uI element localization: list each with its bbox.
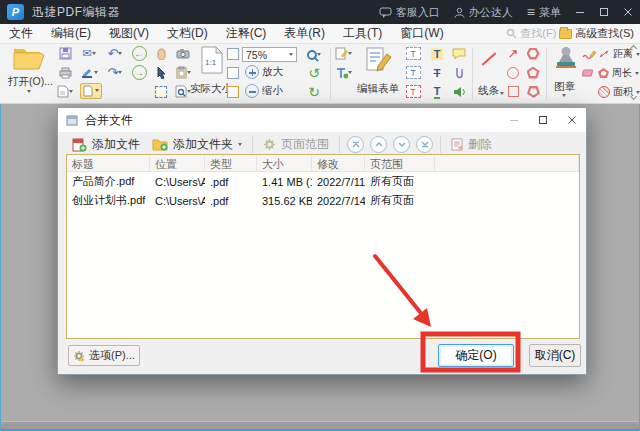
menu-edit[interactable]: 编辑(E) [42, 25, 100, 42]
redo-icon[interactable]: ↷ [106, 64, 124, 81]
move-up-button[interactable] [370, 136, 387, 153]
file-list[interactable]: 标题 位置 类型 大小 修改 页范围 产品简介.pdf C:\Users\A..… [66, 154, 580, 339]
move-top-button[interactable] [347, 136, 364, 153]
mail-icon[interactable]: ✉ [80, 45, 98, 62]
minimize-button[interactable] [568, 0, 592, 24]
pencil-draw-icon[interactable] [580, 45, 598, 62]
header-title[interactable]: 标题 [67, 155, 150, 171]
back-icon[interactable]: ← [130, 45, 148, 62]
zoom-level-select[interactable]: 75% [242, 47, 297, 62]
underline-text-icon[interactable]: T [428, 83, 446, 100]
header-page-range[interactable]: 页范围 [365, 155, 435, 171]
fit-width-icon[interactable] [224, 64, 242, 81]
header-type[interactable]: 类型 [205, 155, 257, 171]
header-location[interactable]: 位置 [150, 155, 205, 171]
arrow-tool-icon[interactable]: ↗ [504, 45, 522, 62]
ok-button[interactable]: 确定(O) [438, 344, 514, 367]
file-row[interactable]: 创业计划书.pdf C:\Users\A... .pdf 315.62 KB (… [67, 191, 579, 210]
paste-icon[interactable] [174, 64, 192, 81]
print-icon[interactable] [56, 64, 74, 81]
ok-label: 确定(O) [455, 347, 496, 364]
header-modified[interactable]: 修改 [312, 155, 365, 171]
circle-tool-icon[interactable] [504, 64, 522, 81]
find-button[interactable]: 查找(F) [506, 26, 556, 41]
toolbar-scroll-down[interactable] [631, 94, 638, 101]
menu-window[interactable]: 窗口(W) [391, 25, 452, 42]
highlight-text-icon[interactable]: T [428, 45, 446, 62]
page-range-button[interactable]: 页面范围 [257, 134, 335, 155]
menu-file[interactable]: 文件 [0, 25, 42, 42]
select-tool-icon[interactable] [152, 64, 170, 81]
move-bottom-button[interactable] [416, 136, 433, 153]
menu-comment[interactable]: 注释(C) [217, 25, 276, 42]
lines-label: 线条 [478, 84, 499, 98]
zoom-in-label: 放大 [262, 65, 283, 79]
menu-button[interactable]: ≡ 菜单 [520, 4, 568, 20]
attachment-icon[interactable] [450, 64, 468, 81]
strikethrough-text-icon[interactable]: T [428, 64, 446, 81]
dialog-close-button[interactable] [557, 108, 586, 132]
move-down-button[interactable] [393, 136, 410, 153]
header-size[interactable]: 大小 [257, 155, 312, 171]
delete-button[interactable]: 删除 [445, 134, 498, 155]
dialog-maximize-button[interactable] [528, 108, 557, 132]
menu-document[interactable]: 文档(D) [158, 25, 217, 42]
dialog-minimize-button[interactable] [499, 108, 528, 132]
advanced-find-button[interactable]: 高级查找(S) [559, 26, 634, 41]
text-area-icon[interactable]: T [404, 83, 422, 100]
export-icon[interactable] [56, 83, 74, 100]
line-tool-icon[interactable] [478, 48, 500, 70]
add-file-label: 添加文件 [92, 136, 140, 153]
add-file-button[interactable]: 添加文件 [66, 134, 146, 155]
hand-tool-icon[interactable] [152, 45, 170, 62]
pentagon-tool-icon[interactable] [524, 64, 542, 81]
menu-form[interactable]: 表单(R) [275, 25, 334, 42]
distance-icon [598, 49, 610, 59]
forward-icon[interactable]: → [130, 64, 148, 81]
open-button[interactable]: 打开(O)... [8, 45, 50, 73]
undo-icon[interactable]: ↶ [106, 45, 124, 62]
file-row[interactable]: 产品简介.pdf C:\Users\A... .pdf 1.41 MB (1,.… [67, 172, 579, 191]
eraser-icon[interactable] [580, 64, 598, 81]
dialog-icon [66, 115, 78, 126]
add-folder-button[interactable]: 添加文件夹 [146, 134, 248, 155]
add-text-icon[interactable] [334, 64, 352, 81]
menu-tools[interactable]: 工具(T) [334, 25, 391, 42]
zoom-in-button[interactable]: 放大 [245, 65, 283, 79]
maximize-button[interactable] [592, 0, 616, 24]
main-toolbar: 打开(O)... ✉ ↶ ↷ ← → 1:1 实际大小 75% 放大 [0, 44, 640, 104]
office-expert-button[interactable]: 办公达人 [447, 5, 520, 20]
magnifier-icon[interactable] [305, 46, 323, 63]
cancel-button[interactable]: 取消(C) [529, 344, 581, 367]
camera-icon[interactable] [174, 45, 192, 62]
toolbar-scroll-up[interactable] [631, 46, 638, 53]
menu-view[interactable]: 视图(V) [100, 25, 158, 42]
polygon-tool-icon[interactable] [524, 45, 542, 62]
edit-content-icon[interactable] [334, 45, 352, 62]
dialog-minimize-icon [509, 115, 519, 125]
rotate-left-icon[interactable]: ↺ [305, 64, 323, 81]
text-box-icon[interactable]: T [404, 64, 422, 81]
save-icon[interactable] [56, 45, 74, 62]
snapshot-area-icon[interactable] [152, 83, 170, 100]
text-field-icon[interactable]: T [404, 45, 422, 62]
options-button[interactable]: 选项(P)... [68, 345, 140, 366]
fit-visible-icon[interactable] [224, 83, 242, 100]
support-entry-button[interactable]: 客服入口 [372, 5, 447, 20]
zoom-out-button[interactable]: 缩小 [245, 84, 283, 98]
dialog-titlebar: 合并文件 [58, 108, 586, 132]
stamp-button[interactable]: 图章 [550, 46, 578, 72]
perimeter-button[interactable]: 周长 [598, 66, 639, 80]
rotate-right-icon[interactable]: ↻ [305, 83, 323, 100]
fit-page-icon[interactable] [224, 45, 242, 62]
add-folder-dropdown-icon [238, 143, 242, 146]
square-tool-icon[interactable] [504, 83, 522, 100]
close-button[interactable] [616, 0, 640, 24]
comment-note-icon[interactable] [450, 45, 468, 62]
actual-size-button[interactable]: 1:1 实际大小 [196, 46, 223, 74]
current-tool-page-icon[interactable] [78, 82, 104, 99]
sound-icon[interactable] [450, 83, 468, 100]
edit-form-button[interactable]: 编辑表单 [360, 46, 393, 75]
cloud-tool-icon[interactable] [524, 83, 542, 100]
ink-sign-icon[interactable] [80, 64, 98, 81]
